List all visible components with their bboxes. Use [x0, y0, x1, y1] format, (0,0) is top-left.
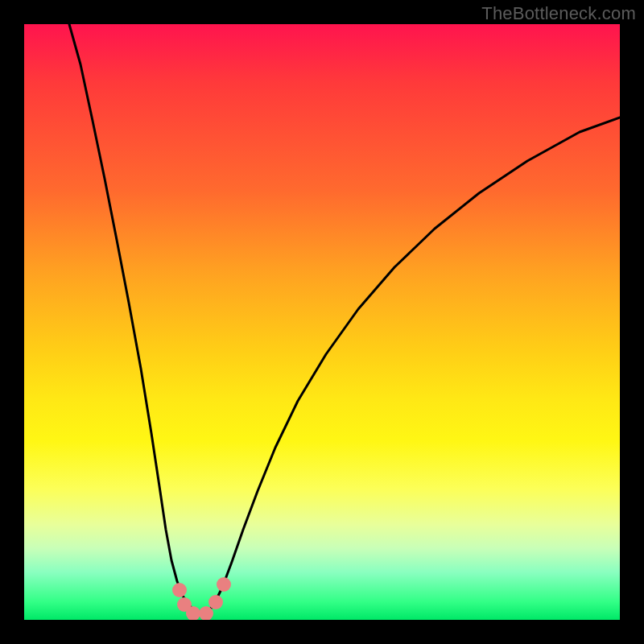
chart-svg — [24, 24, 620, 620]
curve-right-branch — [205, 118, 620, 615]
highlight-dot — [172, 583, 187, 597]
curve-left-branch — [69, 24, 205, 615]
highlight-dot — [208, 595, 223, 609]
chart-frame: TheBottleneck.com — [0, 0, 644, 644]
plot-area — [24, 24, 620, 620]
highlight-dot — [217, 577, 231, 592]
watermark-text: TheBottleneck.com — [481, 3, 636, 24]
